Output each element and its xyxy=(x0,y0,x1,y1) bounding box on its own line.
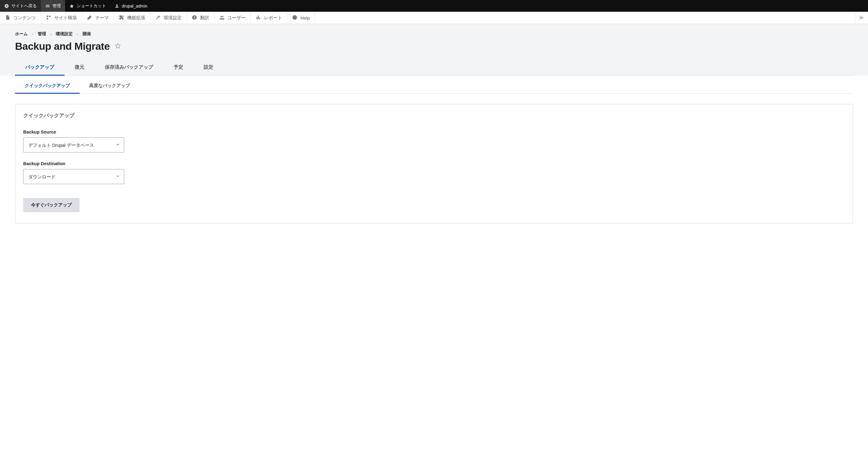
backup-source-select-wrap: デフォルト Drupal データベース xyxy=(23,137,124,153)
menu-configuration-label: 環境設定 xyxy=(164,15,182,21)
menu-help-label: Help xyxy=(301,15,310,21)
page-title: Backup and Migrate xyxy=(15,40,110,52)
panel-title: クイックバックアップ xyxy=(23,112,845,119)
admin-menu: コンテンツ サイト構築 テーマ 機能拡張 環境設定 翻訳 ユーザー xyxy=(0,12,868,24)
menu-help[interactable]: Help xyxy=(287,12,315,24)
tab-schedule[interactable]: 予定 xyxy=(163,60,193,76)
backup-destination-label: Backup Destination xyxy=(23,161,845,166)
shortcuts-link[interactable]: ショートカット xyxy=(65,0,110,12)
breadcrumb-separator: › xyxy=(50,32,52,36)
subtab-advanced[interactable]: 高度なバックアップ xyxy=(80,79,140,94)
add-shortcut-button[interactable] xyxy=(115,42,121,50)
help-icon xyxy=(292,15,298,21)
username-label: drupal_admin xyxy=(122,4,147,8)
page-title-wrap: Backup and Migrate xyxy=(15,40,853,52)
backup-destination-select-wrap: ダウンロード xyxy=(23,169,124,184)
menu-content-label: コンテンツ xyxy=(13,15,36,21)
menu-people-label: ユーザー xyxy=(227,15,246,21)
wrench-icon xyxy=(155,15,161,21)
admin-toolbar: サイトへ戻る 管理 ショートカット drupal_admin xyxy=(0,0,868,12)
manage-label: 管理 xyxy=(53,3,61,9)
menu-appearance-label: テーマ xyxy=(95,15,109,21)
back-to-site-label: サイトへ戻る xyxy=(11,3,37,9)
document-icon xyxy=(5,15,10,21)
menu-people[interactable]: ユーザー xyxy=(214,12,251,24)
breadcrumb: ホーム › 管理 › 環境設定 › 開発 xyxy=(15,31,853,37)
people-icon xyxy=(219,15,224,21)
backup-now-button[interactable]: 今すぐバックアップ xyxy=(23,198,80,212)
breadcrumb-admin[interactable]: 管理 xyxy=(38,31,46,37)
globe-icon xyxy=(192,15,197,21)
menu-extend[interactable]: 機能拡張 xyxy=(114,12,150,24)
menu-structure[interactable]: サイト構築 xyxy=(41,12,82,24)
tab-backup[interactable]: バックアップ xyxy=(15,60,64,76)
collapse-icon xyxy=(859,15,865,21)
secondary-tabs-region: クイックバックアップ 高度なバックアップ xyxy=(0,76,868,94)
tab-settings[interactable]: 設定 xyxy=(193,60,224,76)
menu-reports[interactable]: レポート xyxy=(251,12,287,24)
breadcrumb-separator: › xyxy=(32,32,33,36)
manage-toggle[interactable]: 管理 xyxy=(41,0,65,12)
breadcrumb-dev[interactable]: 開発 xyxy=(83,31,91,37)
wand-icon xyxy=(87,15,92,21)
page-header-region: ホーム › 管理 › 環境設定 › 開発 Backup and Migrate … xyxy=(0,24,868,76)
star-icon xyxy=(69,4,74,8)
primary-tabs: バックアップ 復元 保存済みバックアップ 予定 設定 xyxy=(15,60,853,76)
hamburger-icon xyxy=(45,4,50,8)
menu-translate[interactable]: 翻訳 xyxy=(187,12,214,24)
menu-spacer xyxy=(315,12,856,24)
bar-chart-icon xyxy=(255,15,261,21)
field-backup-destination: Backup Destination ダウンロード xyxy=(23,161,845,184)
content-region: クイックバックアップ Backup Source デフォルト Drupal デー… xyxy=(0,94,868,241)
menu-structure-label: サイト構築 xyxy=(54,15,77,21)
puzzle-icon xyxy=(119,15,124,21)
menu-configuration[interactable]: 環境設定 xyxy=(150,12,187,24)
subtab-quick[interactable]: クイックバックアップ xyxy=(15,79,80,94)
breadcrumb-separator: › xyxy=(77,32,79,36)
menu-content[interactable]: コンテンツ xyxy=(0,12,41,24)
user-menu[interactable]: drupal_admin xyxy=(110,0,152,12)
tab-restore[interactable]: 復元 xyxy=(64,60,95,76)
footer-gap xyxy=(0,241,868,250)
breadcrumb-home[interactable]: ホーム xyxy=(15,31,28,37)
back-to-site-link[interactable]: サイトへ戻る xyxy=(0,0,41,12)
structure-icon xyxy=(46,15,51,21)
breadcrumb-config[interactable]: 環境設定 xyxy=(56,31,73,37)
menu-translate-label: 翻訳 xyxy=(200,15,209,21)
backup-source-label: Backup Source xyxy=(23,129,845,134)
backup-source-select[interactable]: デフォルト Drupal データベース xyxy=(23,137,124,153)
user-icon xyxy=(115,4,119,8)
star-outline-icon xyxy=(115,42,121,49)
menu-appearance[interactable]: テーマ xyxy=(82,12,114,24)
menu-reports-label: レポート xyxy=(264,15,282,21)
secondary-tabs: クイックバックアップ 高度なバックアップ xyxy=(15,79,853,94)
field-backup-source: Backup Source デフォルト Drupal データベース xyxy=(23,129,845,153)
backup-destination-select[interactable]: ダウンロード xyxy=(23,169,124,184)
menu-extend-label: 機能拡張 xyxy=(127,15,145,21)
toolbar-orientation-toggle[interactable] xyxy=(856,12,868,24)
quick-backup-panel: クイックバックアップ Backup Source デフォルト Drupal デー… xyxy=(15,104,853,223)
back-icon xyxy=(4,4,9,8)
tab-saved[interactable]: 保存済みバックアップ xyxy=(95,60,163,76)
shortcuts-label: ショートカット xyxy=(76,3,106,9)
